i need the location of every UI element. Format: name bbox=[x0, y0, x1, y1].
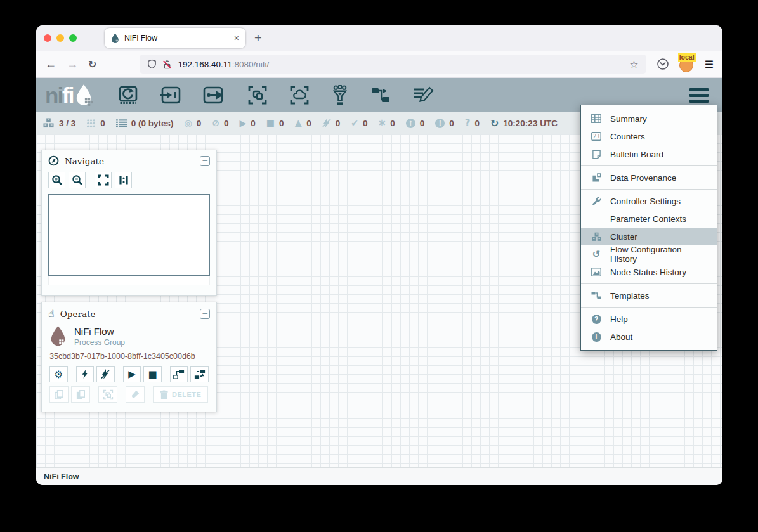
menu-item-parameter-contexts[interactable]: Parameter Contexts bbox=[581, 210, 717, 228]
selected-component: NiFi Flow Process Group bbox=[42, 323, 216, 347]
status-transmitting: ◎ 0 bbox=[185, 118, 202, 128]
zoom-actual-size-button[interactable] bbox=[115, 172, 132, 188]
tracking-shield-icon[interactable] bbox=[147, 59, 157, 69]
delete-button[interactable]: DELETE bbox=[153, 386, 208, 403]
logo-fi: fi bbox=[62, 85, 73, 107]
menu-label: Bulletin Board bbox=[610, 150, 663, 159]
operate-buttons-row-2: DELETE bbox=[42, 382, 216, 403]
cluster-cubes-icon bbox=[591, 232, 602, 242]
bookmark-star-icon[interactable]: ☆ bbox=[629, 58, 638, 70]
question-circle-icon: ? bbox=[591, 315, 602, 324]
refresh-icon[interactable]: ↻ bbox=[490, 117, 499, 129]
menu-item-cluster[interactable]: Cluster bbox=[581, 228, 717, 245]
menu-item-data-provenance[interactable]: Data Provenance bbox=[581, 169, 717, 186]
nifi-global-menu-button[interactable] bbox=[689, 88, 714, 103]
process-group-icon[interactable] bbox=[247, 86, 268, 105]
birdseye-view[interactable] bbox=[48, 194, 210, 276]
play-icon: ▶ bbox=[128, 368, 136, 380]
start-button[interactable]: ▶ bbox=[123, 366, 141, 382]
breadcrumb-bar: NiFi Flow bbox=[36, 467, 722, 485]
url-path: :8080/nifi/ bbox=[232, 60, 270, 69]
active-threads-icon bbox=[86, 119, 96, 128]
status-active-threads: 0 bbox=[86, 119, 105, 128]
counters-icon: 23 bbox=[591, 132, 602, 141]
processor-icon[interactable] bbox=[118, 86, 138, 105]
menu-item-counters[interactable]: 23 Counters bbox=[581, 127, 717, 145]
menu-divider bbox=[581, 165, 717, 166]
menu-item-summary[interactable]: Summary bbox=[581, 110, 717, 127]
nifi-favicon bbox=[111, 33, 119, 43]
close-window-button[interactable] bbox=[44, 34, 51, 42]
menu-label: Help bbox=[610, 315, 628, 324]
fill-color-button[interactable] bbox=[126, 386, 145, 403]
operate-collapse-button[interactable]: − bbox=[200, 309, 210, 319]
menu-item-templates[interactable]: Templates bbox=[581, 287, 717, 304]
navigate-header: Navigate − bbox=[42, 150, 216, 170]
reload-icon[interactable]: ↻ bbox=[88, 58, 96, 70]
stop-button[interactable]: ■ bbox=[143, 366, 162, 382]
url-bar[interactable]: 192.168.40.11:8080/nifi/ ☆ bbox=[140, 55, 646, 74]
enable-button[interactable] bbox=[76, 366, 95, 382]
menu-item-controller-settings[interactable]: Controller Settings bbox=[581, 192, 717, 210]
not-transmitting-icon: ⊘ bbox=[212, 118, 219, 128]
pocket-icon[interactable] bbox=[657, 58, 669, 70]
label-icon[interactable] bbox=[412, 86, 434, 104]
group-icon bbox=[103, 389, 114, 400]
output-port-icon[interactable] bbox=[203, 86, 226, 104]
menu-item-flow-configuration-history[interactable]: ↺ Flow Configuration History bbox=[581, 245, 717, 263]
disable-button[interactable] bbox=[96, 366, 115, 382]
firefox-menu-icon[interactable]: ☰ bbox=[705, 58, 714, 70]
browser-tab[interactable]: NiFi Flow × bbox=[105, 28, 245, 48]
navigate-buttons bbox=[42, 170, 216, 188]
status-running: ▶ 0 bbox=[240, 118, 256, 128]
status-refresh: ↻ 10:20:23 UTC bbox=[490, 117, 558, 129]
transmitting-icon: ◎ bbox=[185, 118, 192, 128]
navigate-title: Navigate bbox=[65, 156, 104, 166]
menu-item-node-status-history[interactable]: Node Status History bbox=[581, 263, 717, 281]
new-tab-button[interactable]: + bbox=[254, 31, 262, 46]
operate-palette: ☝ Operate − NiFi Flow Process Group 35cb… bbox=[41, 302, 217, 412]
menu-item-bulletin-board[interactable]: Bulletin Board bbox=[581, 145, 717, 163]
status-up-to-date: ✔ 0 bbox=[351, 118, 367, 128]
back-icon[interactable]: ← bbox=[45, 58, 56, 71]
status-invalid: ▲ 0 bbox=[295, 117, 311, 129]
traffic-lights bbox=[44, 34, 77, 42]
menu-item-about[interactable]: i About bbox=[581, 328, 717, 346]
menu-label: Data Provenance bbox=[610, 173, 676, 183]
breadcrumb[interactable]: NiFi Flow bbox=[44, 472, 79, 481]
profile-avatar[interactable]: local bbox=[679, 56, 695, 72]
birdseye-slider[interactable] bbox=[48, 276, 210, 285]
locally-modified-icon: ✱ bbox=[378, 118, 386, 128]
cluster-nodes-icon bbox=[42, 118, 55, 128]
zoom-window-button[interactable] bbox=[69, 34, 77, 42]
minimize-window-button[interactable] bbox=[56, 34, 64, 42]
tab-close-icon[interactable]: × bbox=[234, 33, 239, 43]
input-port-icon[interactable] bbox=[160, 86, 181, 104]
upload-template-button[interactable] bbox=[190, 366, 209, 382]
menu-label: About bbox=[610, 332, 632, 342]
info-circle-icon: i bbox=[591, 332, 602, 342]
menu-item-help[interactable]: ? Help bbox=[581, 310, 717, 328]
menu-divider bbox=[581, 307, 717, 308]
copy-button[interactable] bbox=[49, 386, 69, 403]
navigate-collapse-button[interactable]: − bbox=[200, 156, 210, 166]
template-icon[interactable] bbox=[370, 86, 391, 104]
status-locally-modified-stale: ! 0 bbox=[435, 119, 454, 128]
history-icon: ↺ bbox=[591, 249, 602, 260]
queued-flowfiles-icon bbox=[116, 119, 127, 127]
insecure-lock-icon[interactable] bbox=[162, 60, 172, 69]
status-disabled: 0 bbox=[322, 118, 341, 128]
configure-button[interactable]: ⚙ bbox=[49, 366, 68, 382]
url-host: 192.168.40.11 bbox=[178, 60, 232, 69]
save-template-button[interactable] bbox=[170, 366, 188, 382]
funnel-icon[interactable] bbox=[331, 85, 349, 105]
remote-process-group-icon[interactable] bbox=[289, 86, 310, 105]
zoom-in-button[interactable] bbox=[48, 172, 65, 188]
zoom-fit-button[interactable] bbox=[95, 172, 112, 188]
paste-button[interactable] bbox=[71, 386, 90, 403]
forward-icon[interactable]: → bbox=[67, 58, 78, 71]
group-button[interactable] bbox=[98, 386, 117, 403]
status-locally-modified: ✱ 0 bbox=[378, 118, 395, 128]
zoom-out-button[interactable] bbox=[69, 172, 86, 188]
wrench-icon bbox=[591, 197, 602, 206]
